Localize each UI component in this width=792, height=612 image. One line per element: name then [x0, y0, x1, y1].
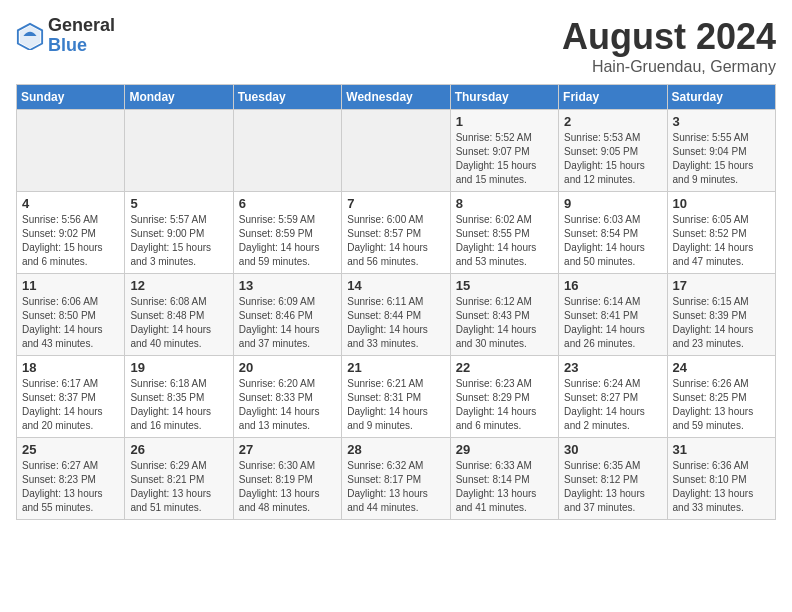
day-number: 25: [22, 442, 119, 457]
day-info: Sunrise: 5:56 AM Sunset: 9:02 PM Dayligh…: [22, 213, 119, 269]
calendar-cell: 3Sunrise: 5:55 AM Sunset: 9:04 PM Daylig…: [667, 110, 775, 192]
day-number: 16: [564, 278, 661, 293]
calendar-cell: 6Sunrise: 5:59 AM Sunset: 8:59 PM Daylig…: [233, 192, 341, 274]
logo-icon: [16, 22, 44, 50]
day-info: Sunrise: 6:36 AM Sunset: 8:10 PM Dayligh…: [673, 459, 770, 515]
day-number: 4: [22, 196, 119, 211]
calendar-cell: [233, 110, 341, 192]
day-info: Sunrise: 6:12 AM Sunset: 8:43 PM Dayligh…: [456, 295, 553, 351]
day-info: Sunrise: 6:26 AM Sunset: 8:25 PM Dayligh…: [673, 377, 770, 433]
day-info: Sunrise: 6:32 AM Sunset: 8:17 PM Dayligh…: [347, 459, 444, 515]
day-number: 8: [456, 196, 553, 211]
calendar-cell: 24Sunrise: 6:26 AM Sunset: 8:25 PM Dayli…: [667, 356, 775, 438]
calendar-cell: 13Sunrise: 6:09 AM Sunset: 8:46 PM Dayli…: [233, 274, 341, 356]
day-info: Sunrise: 5:57 AM Sunset: 9:00 PM Dayligh…: [130, 213, 227, 269]
day-number: 19: [130, 360, 227, 375]
day-info: Sunrise: 6:30 AM Sunset: 8:19 PM Dayligh…: [239, 459, 336, 515]
calendar-cell: 20Sunrise: 6:20 AM Sunset: 8:33 PM Dayli…: [233, 356, 341, 438]
day-info: Sunrise: 6:06 AM Sunset: 8:50 PM Dayligh…: [22, 295, 119, 351]
calendar-cell: 28Sunrise: 6:32 AM Sunset: 8:17 PM Dayli…: [342, 438, 450, 520]
weekday-header-row: SundayMondayTuesdayWednesdayThursdayFrid…: [17, 85, 776, 110]
day-number: 27: [239, 442, 336, 457]
week-row-1: 1Sunrise: 5:52 AM Sunset: 9:07 PM Daylig…: [17, 110, 776, 192]
calendar-cell: 15Sunrise: 6:12 AM Sunset: 8:43 PM Dayli…: [450, 274, 558, 356]
calendar-cell: 23Sunrise: 6:24 AM Sunset: 8:27 PM Dayli…: [559, 356, 667, 438]
day-info: Sunrise: 6:14 AM Sunset: 8:41 PM Dayligh…: [564, 295, 661, 351]
calendar-cell: [342, 110, 450, 192]
day-number: 17: [673, 278, 770, 293]
day-number: 1: [456, 114, 553, 129]
day-number: 3: [673, 114, 770, 129]
day-number: 22: [456, 360, 553, 375]
calendar-table: SundayMondayTuesdayWednesdayThursdayFrid…: [16, 84, 776, 520]
week-row-4: 18Sunrise: 6:17 AM Sunset: 8:37 PM Dayli…: [17, 356, 776, 438]
calendar-title: August 2024: [562, 16, 776, 58]
day-info: Sunrise: 5:59 AM Sunset: 8:59 PM Dayligh…: [239, 213, 336, 269]
day-number: 30: [564, 442, 661, 457]
day-info: Sunrise: 6:35 AM Sunset: 8:12 PM Dayligh…: [564, 459, 661, 515]
calendar-cell: 5Sunrise: 5:57 AM Sunset: 9:00 PM Daylig…: [125, 192, 233, 274]
day-number: 24: [673, 360, 770, 375]
day-info: Sunrise: 6:15 AM Sunset: 8:39 PM Dayligh…: [673, 295, 770, 351]
day-number: 10: [673, 196, 770, 211]
day-info: Sunrise: 6:24 AM Sunset: 8:27 PM Dayligh…: [564, 377, 661, 433]
day-info: Sunrise: 6:08 AM Sunset: 8:48 PM Dayligh…: [130, 295, 227, 351]
calendar-cell: 17Sunrise: 6:15 AM Sunset: 8:39 PM Dayli…: [667, 274, 775, 356]
calendar-cell: 26Sunrise: 6:29 AM Sunset: 8:21 PM Dayli…: [125, 438, 233, 520]
calendar-cell: 8Sunrise: 6:02 AM Sunset: 8:55 PM Daylig…: [450, 192, 558, 274]
calendar-cell: [125, 110, 233, 192]
day-number: 5: [130, 196, 227, 211]
calendar-cell: 19Sunrise: 6:18 AM Sunset: 8:35 PM Dayli…: [125, 356, 233, 438]
header-thursday: Thursday: [450, 85, 558, 110]
logo-blue-text: Blue: [48, 36, 115, 56]
day-number: 28: [347, 442, 444, 457]
day-info: Sunrise: 6:21 AM Sunset: 8:31 PM Dayligh…: [347, 377, 444, 433]
page-header: General Blue August 2024 Hain-Gruendau, …: [16, 16, 776, 76]
day-number: 23: [564, 360, 661, 375]
day-info: Sunrise: 6:00 AM Sunset: 8:57 PM Dayligh…: [347, 213, 444, 269]
logo-general-text: General: [48, 16, 115, 36]
calendar-cell: 22Sunrise: 6:23 AM Sunset: 8:29 PM Dayli…: [450, 356, 558, 438]
day-number: 13: [239, 278, 336, 293]
day-number: 6: [239, 196, 336, 211]
title-block: August 2024 Hain-Gruendau, Germany: [562, 16, 776, 76]
day-info: Sunrise: 6:05 AM Sunset: 8:52 PM Dayligh…: [673, 213, 770, 269]
calendar-cell: 11Sunrise: 6:06 AM Sunset: 8:50 PM Dayli…: [17, 274, 125, 356]
calendar-cell: 4Sunrise: 5:56 AM Sunset: 9:02 PM Daylig…: [17, 192, 125, 274]
logo: General Blue: [16, 16, 115, 56]
calendar-cell: 18Sunrise: 6:17 AM Sunset: 8:37 PM Dayli…: [17, 356, 125, 438]
day-info: Sunrise: 6:23 AM Sunset: 8:29 PM Dayligh…: [456, 377, 553, 433]
header-sunday: Sunday: [17, 85, 125, 110]
logo-text: General Blue: [48, 16, 115, 56]
header-friday: Friday: [559, 85, 667, 110]
week-row-5: 25Sunrise: 6:27 AM Sunset: 8:23 PM Dayli…: [17, 438, 776, 520]
calendar-cell: 16Sunrise: 6:14 AM Sunset: 8:41 PM Dayli…: [559, 274, 667, 356]
header-monday: Monday: [125, 85, 233, 110]
svg-marker-0: [20, 26, 41, 48]
calendar-cell: 2Sunrise: 5:53 AM Sunset: 9:05 PM Daylig…: [559, 110, 667, 192]
week-row-2: 4Sunrise: 5:56 AM Sunset: 9:02 PM Daylig…: [17, 192, 776, 274]
day-info: Sunrise: 6:33 AM Sunset: 8:14 PM Dayligh…: [456, 459, 553, 515]
day-info: Sunrise: 6:09 AM Sunset: 8:46 PM Dayligh…: [239, 295, 336, 351]
day-info: Sunrise: 6:20 AM Sunset: 8:33 PM Dayligh…: [239, 377, 336, 433]
calendar-cell: 27Sunrise: 6:30 AM Sunset: 8:19 PM Dayli…: [233, 438, 341, 520]
day-number: 15: [456, 278, 553, 293]
calendar-cell: 25Sunrise: 6:27 AM Sunset: 8:23 PM Dayli…: [17, 438, 125, 520]
calendar-cell: 14Sunrise: 6:11 AM Sunset: 8:44 PM Dayli…: [342, 274, 450, 356]
day-info: Sunrise: 5:55 AM Sunset: 9:04 PM Dayligh…: [673, 131, 770, 187]
day-number: 18: [22, 360, 119, 375]
day-info: Sunrise: 6:27 AM Sunset: 8:23 PM Dayligh…: [22, 459, 119, 515]
day-number: 26: [130, 442, 227, 457]
calendar-location: Hain-Gruendau, Germany: [562, 58, 776, 76]
header-wednesday: Wednesday: [342, 85, 450, 110]
day-number: 2: [564, 114, 661, 129]
day-info: Sunrise: 6:11 AM Sunset: 8:44 PM Dayligh…: [347, 295, 444, 351]
calendar-cell: 31Sunrise: 6:36 AM Sunset: 8:10 PM Dayli…: [667, 438, 775, 520]
header-tuesday: Tuesday: [233, 85, 341, 110]
day-info: Sunrise: 6:29 AM Sunset: 8:21 PM Dayligh…: [130, 459, 227, 515]
week-row-3: 11Sunrise: 6:06 AM Sunset: 8:50 PM Dayli…: [17, 274, 776, 356]
calendar-cell: 1Sunrise: 5:52 AM Sunset: 9:07 PM Daylig…: [450, 110, 558, 192]
day-number: 9: [564, 196, 661, 211]
calendar-cell: 30Sunrise: 6:35 AM Sunset: 8:12 PM Dayli…: [559, 438, 667, 520]
calendar-cell: [17, 110, 125, 192]
